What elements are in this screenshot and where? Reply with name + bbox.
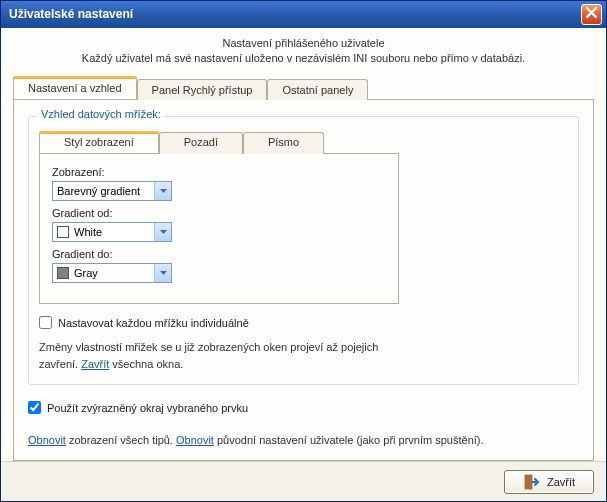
appearance-panel: Vzhled datových mřížek: Styl zobrazení P… <box>13 99 594 461</box>
tab-appearance[interactable]: Nastavení a vzhled <box>13 76 137 99</box>
footer: Zavřít <box>1 461 606 501</box>
display-combo[interactable]: Barevný gradient <box>52 181 172 201</box>
gradient-to-combo[interactable]: Gray <box>52 263 172 283</box>
chevron-down-icon <box>154 223 171 241</box>
close-button[interactable]: Zavřít <box>504 470 594 494</box>
individual-grid-checkbox[interactable] <box>39 316 52 329</box>
color-swatch-white <box>57 226 69 238</box>
content-area: Nastavení přihlášeného uživatele Každý u… <box>1 28 606 462</box>
intro-text: Nastavení přihlášeného uživatele Každý u… <box>13 36 594 67</box>
subtab-background[interactable]: Pozadí <box>159 132 243 154</box>
tab-quick-access[interactable]: Panel Rychlý přístup <box>137 79 268 100</box>
intro-line1: Nastavení přihlášeného uživatele <box>13 36 594 51</box>
main-tabs: Nastavení a vzhled Panel Rychlý přístup … <box>13 76 594 99</box>
grid-appearance-group: Vzhled datových mřížek: Styl zobrazení P… <box>28 116 579 385</box>
tab-other-panels[interactable]: Ostatní panely <box>267 79 368 100</box>
grid-note: Změny vlastností mřižek se u již zobraze… <box>39 339 399 372</box>
display-label: Zobrazení: <box>52 166 386 178</box>
close-icon <box>586 7 597 21</box>
highlight-label: Použít zvýrazněný okraj vybraného prvku <box>47 402 248 414</box>
sub-tabs: Styl zobrazení Pozadí Písmo <box>39 131 568 153</box>
gradient-from-value: White <box>74 226 154 238</box>
restore-tips-link[interactable]: Obnovit <box>28 434 66 446</box>
close-button-label: Zavřít <box>547 476 575 488</box>
subtab-style[interactable]: Styl zobrazení <box>39 131 159 153</box>
chevron-down-icon <box>154 264 171 282</box>
gradient-to-value: Gray <box>74 267 154 279</box>
style-subpanel: Zobrazení: Barevný gradient Gradient od:… <box>39 153 399 304</box>
svg-rect-0 <box>525 475 532 489</box>
restore-text1: zobrazení všech tipů. <box>66 434 176 446</box>
settings-window: Uživatelské nastavení Nastavení přihláše… <box>0 0 607 502</box>
group-title: Vzhled datových mřížek: <box>37 108 165 120</box>
note-part2: všechna okna. <box>109 358 183 370</box>
chevron-down-icon <box>154 182 171 200</box>
highlight-checkbox[interactable] <box>28 401 41 414</box>
subtab-font[interactable]: Písmo <box>243 132 324 154</box>
gradient-to-label: Gradient do: <box>52 248 386 260</box>
display-value: Barevný gradient <box>57 185 154 197</box>
restore-line: Obnovit zobrazení všech tipů. Obnovit pů… <box>28 434 579 446</box>
individual-grid-checkbox-row[interactable]: Nastavovat každou mřížku individuálně <box>39 316 568 329</box>
exit-icon <box>523 474 539 490</box>
close-windows-link[interactable]: Zavřít <box>81 358 109 370</box>
color-swatch-gray <box>57 267 69 279</box>
window-close-button[interactable] <box>581 4 602 25</box>
individual-grid-label: Nastavovat každou mřížku individuálně <box>58 317 249 329</box>
highlight-checkbox-row[interactable]: Použít zvýrazněný okraj vybraného prvku <box>28 401 579 414</box>
gradient-from-combo[interactable]: White <box>52 222 172 242</box>
gradient-from-label: Gradient od: <box>52 207 386 219</box>
titlebar: Uživatelské nastavení <box>1 1 606 28</box>
window-title: Uživatelské nastavení <box>9 7 133 21</box>
intro-line2: Každý uživatel má své nastavení uloženo … <box>13 51 594 66</box>
restore-defaults-link[interactable]: Obnovit <box>176 434 214 446</box>
restore-text2: původní nastavení uživatele (jako při pr… <box>214 434 484 446</box>
